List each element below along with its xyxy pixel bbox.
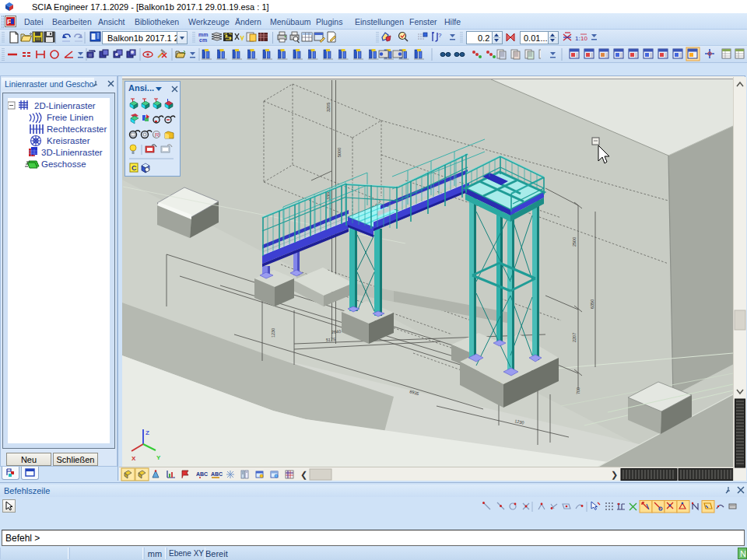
svg-text:2D-Linienraster: 2D-Linienraster [34,101,96,110]
svg-text:2207: 2207 [572,333,577,342]
svg-text:Rechteckraster: Rechteckraster [47,124,107,134]
svg-text:6350: 6350 [590,299,594,309]
svg-text:2640: 2640 [331,329,342,334]
svg-text:10: 10 [580,35,587,42]
svg-text:ABC: ABC [196,471,208,477]
svg-text:Geschosse: Geschosse [41,159,86,169]
svg-text:ABC: ABC [211,471,223,477]
svg-text:1:: 1: [575,35,580,42]
svg-text:Kreisraster: Kreisraster [47,136,90,145]
svg-text:❮: ❮ [300,470,307,480]
svg-text:1230: 1230 [271,328,275,338]
svg-text:2500: 2500 [572,237,577,247]
svg-text:R: R [155,131,160,138]
svg-text:X: X [132,455,136,462]
svg-text:?: ? [438,32,442,39]
svg-text:700: 700 [576,387,580,394]
svg-text:Freie Linien: Freie Linien [47,113,93,122]
svg-text:Y: Y [156,454,161,461]
svg-text:5000: 5000 [337,148,342,157]
svg-text:Z: Z [146,429,149,436]
svg-text:C: C [132,164,137,172]
svg-text:cm: cm [199,37,207,43]
svg-text:❯: ❯ [611,470,618,480]
svg-text:3205: 3205 [326,103,331,112]
svg-text:mm: mm [198,32,208,37]
svg-text:5175: 5175 [326,337,336,342]
svg-text:3D-Linienraster: 3D-Linienraster [41,148,103,157]
